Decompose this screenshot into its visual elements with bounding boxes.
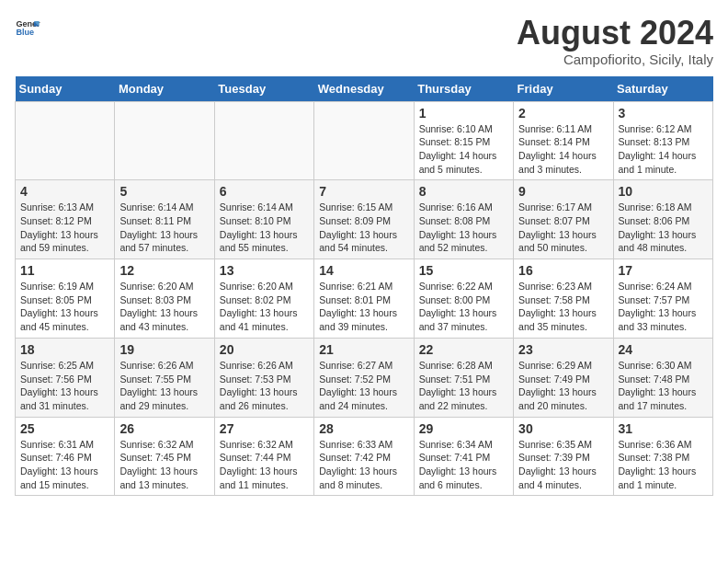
day-cell [16,101,115,180]
day-cell: 17Sunrise: 6:24 AM Sunset: 7:57 PM Dayli… [613,259,712,339]
day-header-saturday: Saturday [613,76,712,102]
day-info: Sunrise: 6:15 AM Sunset: 8:09 PM Dayligh… [319,201,408,255]
day-header-monday: Monday [115,76,214,102]
day-number: 29 [419,421,508,436]
day-info: Sunrise: 6:28 AM Sunset: 7:51 PM Dayligh… [419,359,508,413]
logo: General Blue [15,15,40,40]
day-info: Sunrise: 6:30 AM Sunset: 7:48 PM Dayligh… [619,359,708,413]
day-cell: 31Sunrise: 6:36 AM Sunset: 7:38 PM Dayli… [613,417,712,496]
day-cell: 20Sunrise: 6:26 AM Sunset: 7:53 PM Dayli… [214,338,313,417]
month-title: August 2024 [517,15,713,52]
day-number: 19 [119,342,209,357]
day-cell: 21Sunrise: 6:27 AM Sunset: 7:52 PM Dayli… [314,338,414,417]
day-cell: 5Sunrise: 6:14 AM Sunset: 8:11 PM Daylig… [115,180,214,259]
day-info: Sunrise: 6:11 AM Sunset: 8:14 PM Dayligh… [518,122,608,177]
day-number: 12 [119,263,209,278]
day-cell: 25Sunrise: 6:31 AM Sunset: 7:46 PM Dayli… [16,417,115,496]
logo-icon: General Blue [15,15,40,40]
day-header-sunday: Sunday [16,76,115,102]
svg-text:Blue: Blue [16,28,34,37]
day-info: Sunrise: 6:18 AM Sunset: 8:06 PM Dayligh… [619,201,708,255]
day-number: 20 [220,342,309,357]
day-cell: 12Sunrise: 6:20 AM Sunset: 8:03 PM Dayli… [115,259,214,339]
day-number: 7 [319,184,408,199]
header-row: SundayMondayTuesdayWednesdayThursdayFrid… [16,76,713,102]
day-header-wednesday: Wednesday [314,76,414,102]
day-cell: 23Sunrise: 6:29 AM Sunset: 7:49 PM Dayli… [514,338,613,417]
day-cell: 16Sunrise: 6:23 AM Sunset: 7:58 PM Dayli… [514,259,613,339]
day-cell: 26Sunrise: 6:32 AM Sunset: 7:45 PM Dayli… [115,417,214,496]
day-number: 15 [419,263,508,278]
day-info: Sunrise: 6:29 AM Sunset: 7:49 PM Dayligh… [518,359,608,413]
day-info: Sunrise: 6:17 AM Sunset: 8:07 PM Dayligh… [518,201,608,255]
day-info: Sunrise: 6:19 AM Sunset: 8:05 PM Dayligh… [20,280,109,334]
day-number: 26 [119,421,209,436]
day-info: Sunrise: 6:31 AM Sunset: 7:46 PM Dayligh… [20,438,109,492]
day-header-friday: Friday [514,76,613,102]
day-info: Sunrise: 6:14 AM Sunset: 8:11 PM Dayligh… [119,201,209,255]
day-info: Sunrise: 6:26 AM Sunset: 7:55 PM Dayligh… [119,359,209,413]
day-cell: 4Sunrise: 6:13 AM Sunset: 8:12 PM Daylig… [16,180,115,259]
day-info: Sunrise: 6:24 AM Sunset: 7:57 PM Dayligh… [619,280,708,334]
day-cell [115,101,214,180]
day-number: 11 [20,263,109,278]
day-info: Sunrise: 6:20 AM Sunset: 8:03 PM Dayligh… [119,280,209,334]
day-header-tuesday: Tuesday [214,76,313,102]
day-number: 24 [619,342,708,357]
day-info: Sunrise: 6:21 AM Sunset: 8:01 PM Dayligh… [319,280,408,334]
day-cell [214,101,313,180]
day-cell: 19Sunrise: 6:26 AM Sunset: 7:55 PM Dayli… [115,338,214,417]
day-cell: 8Sunrise: 6:16 AM Sunset: 8:08 PM Daylig… [414,180,513,259]
day-cell: 22Sunrise: 6:28 AM Sunset: 7:51 PM Dayli… [414,338,513,417]
day-number: 28 [319,421,408,436]
day-number: 1 [419,106,508,121]
day-cell: 6Sunrise: 6:14 AM Sunset: 8:10 PM Daylig… [214,180,313,259]
day-number: 16 [518,263,608,278]
day-info: Sunrise: 6:22 AM Sunset: 8:00 PM Dayligh… [419,280,508,334]
day-info: Sunrise: 6:20 AM Sunset: 8:02 PM Dayligh… [220,280,309,334]
day-number: 4 [20,184,109,199]
day-number: 25 [20,421,109,436]
week-row-2: 4Sunrise: 6:13 AM Sunset: 8:12 PM Daylig… [16,180,713,259]
day-number: 21 [319,342,408,357]
day-cell: 18Sunrise: 6:25 AM Sunset: 7:56 PM Dayli… [16,338,115,417]
day-cell: 2Sunrise: 6:11 AM Sunset: 8:14 PM Daylig… [514,101,613,180]
day-number: 9 [518,184,608,199]
location: Campofiorito, Sicily, Italy [517,52,713,67]
day-info: Sunrise: 6:16 AM Sunset: 8:08 PM Dayligh… [419,201,508,255]
day-cell: 24Sunrise: 6:30 AM Sunset: 7:48 PM Dayli… [613,338,712,417]
day-info: Sunrise: 6:34 AM Sunset: 7:41 PM Dayligh… [419,438,508,492]
page-header: General Blue August 2024 Campofiorito, S… [15,15,713,67]
day-number: 8 [419,184,508,199]
day-number: 2 [518,106,608,121]
day-cell: 11Sunrise: 6:19 AM Sunset: 8:05 PM Dayli… [16,259,115,339]
week-row-1: 1Sunrise: 6:10 AM Sunset: 8:15 PM Daylig… [16,101,713,180]
day-number: 30 [518,421,608,436]
day-info: Sunrise: 6:27 AM Sunset: 7:52 PM Dayligh… [319,359,408,413]
day-info: Sunrise: 6:33 AM Sunset: 7:42 PM Dayligh… [319,438,408,492]
week-row-5: 25Sunrise: 6:31 AM Sunset: 7:46 PM Dayli… [16,417,713,496]
day-info: Sunrise: 6:35 AM Sunset: 7:39 PM Dayligh… [518,438,608,492]
day-info: Sunrise: 6:14 AM Sunset: 8:10 PM Dayligh… [220,201,309,255]
day-cell: 28Sunrise: 6:33 AM Sunset: 7:42 PM Dayli… [314,417,414,496]
day-cell: 9Sunrise: 6:17 AM Sunset: 8:07 PM Daylig… [514,180,613,259]
day-info: Sunrise: 6:26 AM Sunset: 7:53 PM Dayligh… [220,359,309,413]
day-cell: 29Sunrise: 6:34 AM Sunset: 7:41 PM Dayli… [414,417,513,496]
day-number: 23 [518,342,608,357]
day-cell [314,101,414,180]
day-cell: 3Sunrise: 6:12 AM Sunset: 8:13 PM Daylig… [613,101,712,180]
day-info: Sunrise: 6:36 AM Sunset: 7:38 PM Dayligh… [619,438,708,492]
day-cell: 15Sunrise: 6:22 AM Sunset: 8:00 PM Dayli… [414,259,513,339]
day-cell: 1Sunrise: 6:10 AM Sunset: 8:15 PM Daylig… [414,101,513,180]
calendar-table: SundayMondayTuesdayWednesdayThursdayFrid… [15,76,713,497]
day-info: Sunrise: 6:32 AM Sunset: 7:44 PM Dayligh… [220,438,309,492]
day-info: Sunrise: 6:10 AM Sunset: 8:15 PM Dayligh… [419,122,508,177]
day-info: Sunrise: 6:13 AM Sunset: 8:12 PM Dayligh… [20,201,109,255]
day-number: 6 [220,184,309,199]
day-cell: 14Sunrise: 6:21 AM Sunset: 8:01 PM Dayli… [314,259,414,339]
day-info: Sunrise: 6:32 AM Sunset: 7:45 PM Dayligh… [119,438,209,492]
day-cell: 10Sunrise: 6:18 AM Sunset: 8:06 PM Dayli… [613,180,712,259]
day-number: 17 [619,263,708,278]
week-row-3: 11Sunrise: 6:19 AM Sunset: 8:05 PM Dayli… [16,259,713,339]
day-info: Sunrise: 6:23 AM Sunset: 7:58 PM Dayligh… [518,280,608,334]
